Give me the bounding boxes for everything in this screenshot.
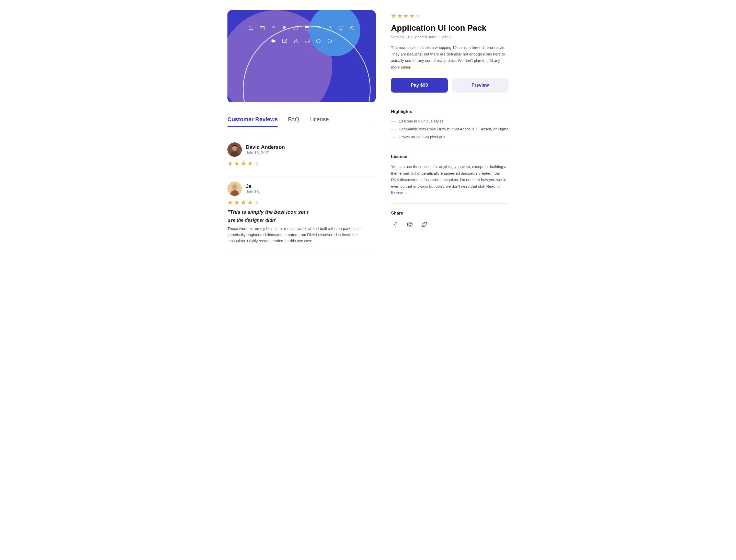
highlight-list: — 10 icons in 3 unique styles — Compatib… [391, 118, 508, 140]
review-date-2: July 16, [246, 190, 376, 194]
review-stars-1: ★ ★ ★ ★ ★ [228, 160, 376, 167]
help3-icon [327, 38, 332, 45]
divider-2 [391, 147, 508, 147]
product-star-1: ★ [391, 13, 396, 19]
review-card-1: David Anderson July 16, 2021 ★ ★ ★ ★ ★ [228, 137, 376, 176]
share-title: Share [391, 211, 508, 216]
review-quote-sub-2: use the designer didn' [228, 218, 376, 223]
highlight-item-1: — 10 icons in 3 unique styles [391, 118, 508, 124]
action-buttons: Pay $99 Preview [391, 78, 508, 93]
reviewer-info-2: Je July 16, [246, 183, 376, 194]
license-section: License You can use these icons for anyt… [391, 154, 508, 196]
tab-customer-reviews[interactable]: Customer Reviews [228, 113, 278, 127]
star-1-1: ★ [228, 160, 233, 167]
twitter-share-button[interactable] [419, 220, 429, 229]
product-star-2: ★ [397, 13, 402, 19]
product-star-4: ★ [409, 13, 414, 19]
product-version: Version 1.0 (Updated June 5, 2021) [391, 35, 508, 39]
dash-icon-3: — [391, 134, 395, 140]
help2-icon [316, 38, 321, 45]
svg-point-2 [286, 27, 286, 27]
highlight-item-3: — Drawn on 24 × 24 pixel grid [391, 134, 508, 140]
chart-icon [294, 26, 299, 32]
icon-row-1 [228, 26, 376, 32]
icon-row-2 [228, 38, 376, 45]
product-rating: ★ ★ ★ ★ ★ [391, 13, 508, 19]
product-star-5: ★ [415, 13, 421, 19]
star-2-3: ★ [241, 199, 246, 206]
avatar-david [228, 142, 242, 157]
inbox2-icon [305, 38, 310, 45]
avatar-je [228, 182, 242, 196]
star-1-5: ★ [254, 160, 260, 167]
users-icon [282, 26, 287, 32]
review-date-1: July 16, 2021 [246, 151, 376, 155]
svg-rect-5 [328, 28, 331, 30]
review-header-1: David Anderson July 16, 2021 [228, 142, 376, 157]
share-icons [391, 220, 508, 229]
folder2-icon [271, 38, 276, 45]
highlights-section: Highlights — 10 icons in 3 unique styles… [391, 109, 508, 140]
star-2-5: ★ [254, 199, 260, 206]
highlight-text-1: 10 icons in 3 unique styles [399, 119, 444, 123]
reviewer-info-1: David Anderson July 16, 2021 [246, 144, 376, 155]
product-star-3: ★ [403, 13, 408, 19]
svg-rect-9 [295, 41, 298, 43]
product-image [228, 10, 376, 102]
home-icon [271, 26, 276, 32]
highlights-title: Highlights [391, 109, 508, 114]
star-2-1: ★ [228, 199, 233, 206]
tabs: Customer Reviews FAQ License [228, 113, 376, 127]
preview-button[interactable]: Preview [452, 78, 508, 93]
highlight-text-2: Compatible with Corel Draw but not Adobe… [399, 127, 508, 131]
divider-3 [391, 203, 508, 204]
reviewer-name-2: Je [246, 183, 376, 189]
license-text: You can use these icons for anything you… [391, 163, 508, 196]
trash-icon [316, 26, 321, 32]
tab-faq[interactable]: FAQ [288, 113, 299, 127]
highlight-item-2: — Compatible with Corel Draw but not Ado… [391, 126, 508, 132]
page-container: Customer Reviews FAQ License [228, 10, 508, 250]
svg-point-1 [284, 26, 285, 28]
facebook-share-button[interactable] [391, 220, 400, 229]
instagram-share-button[interactable] [405, 220, 414, 229]
svg-point-20 [408, 223, 411, 226]
svg-point-17 [232, 184, 237, 190]
right-column: ★ ★ ★ ★ ★ Application UI Icon Pack Versi… [391, 10, 508, 250]
review-stars-2: ★ ★ ★ ★ ★ [228, 199, 376, 206]
left-column: Customer Reviews FAQ License [228, 10, 376, 250]
product-title: Application UI Icon Pack [391, 23, 508, 33]
mail2-icon [282, 38, 287, 45]
mail-icon [260, 26, 265, 32]
share-section: Share [391, 211, 508, 229]
svg-point-21 [411, 223, 411, 223]
divider-1 [391, 102, 508, 102]
pay-button[interactable]: Pay $99 [391, 78, 448, 93]
calendar-icon [305, 26, 310, 32]
review-text-2: These were extremely helpful for me last… [228, 226, 376, 244]
svg-point-11 [317, 39, 321, 43]
highlight-text-3: Drawn on 24 × 24 pixel grid [399, 135, 445, 139]
star-2-2: ★ [234, 199, 240, 206]
svg-rect-4 [306, 26, 309, 30]
tab-license[interactable]: License [310, 113, 329, 127]
reviewer-name-1: David Anderson [246, 144, 376, 150]
review-quote-2: "This is simply the best icon set t [228, 209, 376, 215]
folder-icon [249, 26, 254, 32]
star-2-4: ★ [247, 199, 253, 206]
help-icon [350, 26, 355, 32]
dash-icon-1: — [391, 118, 395, 124]
lock2-icon [294, 38, 299, 45]
svg-point-7 [351, 26, 354, 30]
svg-rect-19 [407, 222, 412, 227]
star-1-4: ★ [247, 160, 253, 167]
dash-icon-2: — [391, 126, 395, 132]
review-card-2: Je July 16, ★ ★ ★ ★ ★ "This is simply th… [228, 176, 376, 250]
review-header-2: Je July 16, [228, 182, 376, 196]
star-1-2: ★ [234, 160, 240, 167]
svg-point-12 [328, 39, 332, 43]
license-title: License [391, 154, 508, 159]
lock-icon [327, 26, 332, 32]
product-description: This icon pack includes a whopping 10 ic… [391, 44, 508, 70]
inbox-icon [339, 26, 344, 32]
